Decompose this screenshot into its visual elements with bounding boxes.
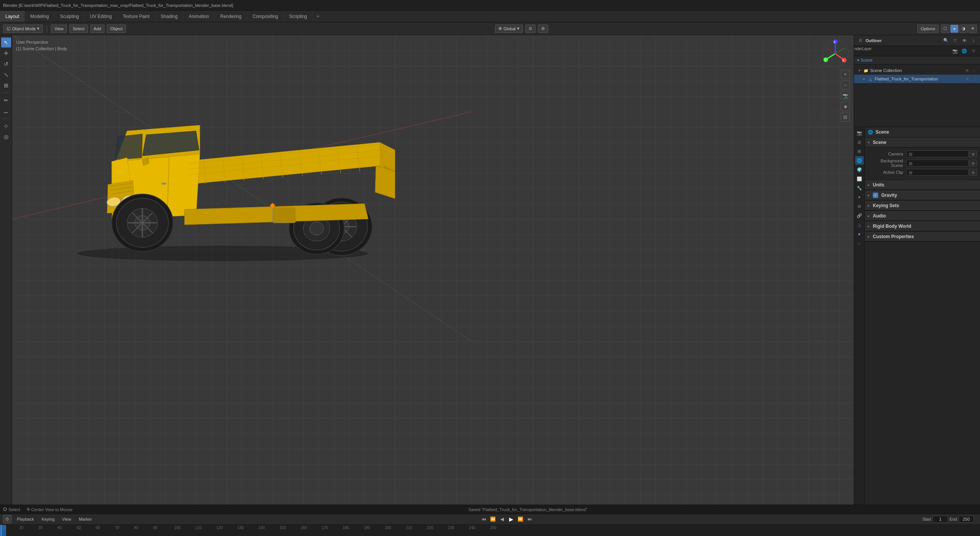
expand-icon[interactable]: ▾ bbox=[857, 68, 862, 73]
camera-view-btn[interactable]: 📷 bbox=[841, 91, 850, 100]
add-menu[interactable]: Add bbox=[90, 25, 105, 33]
tab-compositing[interactable]: Compositing bbox=[247, 11, 284, 22]
tab-texture-paint[interactable]: Texture Paint bbox=[118, 11, 155, 22]
truck-visibility-icon[interactable]: 👁 bbox=[965, 76, 970, 82]
add-workspace-tab[interactable]: + bbox=[313, 11, 323, 22]
render-shading[interactable]: ☀ bbox=[969, 25, 977, 33]
jump-start-btn[interactable]: ⏮ bbox=[480, 515, 488, 523]
nav-gizmo[interactable]: Z X Y bbox=[820, 38, 851, 69]
data-props-btn[interactable]: △ bbox=[855, 221, 864, 229]
view-menu[interactable]: View bbox=[51, 25, 67, 33]
scene-selector[interactable]: ▾ Scene bbox=[854, 56, 980, 65]
view-menu-tl[interactable]: View bbox=[60, 516, 74, 522]
toggle-overlay-btn[interactable]: ⊟ bbox=[841, 113, 850, 122]
scene-section-header[interactable]: ▾ Scene bbox=[865, 137, 980, 147]
gravity-section-header[interactable]: ▸ ✓ Gravity bbox=[865, 190, 980, 200]
filter-icon[interactable]: ▽ bbox=[970, 47, 977, 54]
truck-item[interactable]: ▸ △ Flatbed_Truck_for_Transportation 👁 ↕ bbox=[854, 75, 980, 83]
keying-menu[interactable]: Keying bbox=[39, 516, 57, 522]
timeline-frames[interactable]: 10 20 30 40 50 60 70 80 90 100 110 120 1… bbox=[0, 525, 980, 536]
start-frame-input[interactable] bbox=[933, 516, 948, 523]
visibility-icon[interactable]: 👁 bbox=[965, 68, 970, 73]
options-button[interactable]: Options bbox=[917, 25, 939, 33]
material-props-btn[interactable]: ● bbox=[855, 230, 864, 238]
object-props-btn[interactable]: ⬜ bbox=[855, 175, 864, 183]
active-clip-picker[interactable]: ⊙ bbox=[969, 169, 977, 176]
select-menu[interactable]: Select bbox=[69, 25, 88, 33]
transform-global[interactable]: ⊕ Global ▾ bbox=[495, 25, 523, 33]
transform-tool[interactable]: ⊞ bbox=[1, 80, 11, 90]
scale-tool[interactable]: ⤡ bbox=[1, 70, 11, 80]
play-btn[interactable]: ▶ bbox=[508, 515, 515, 523]
camera-value[interactable]: ▤ bbox=[906, 150, 969, 157]
viewport[interactable]: User Perspective (1) Scene Collection | … bbox=[12, 35, 854, 514]
outliner-restrict-icon[interactable]: ↕ bbox=[970, 37, 977, 44]
custom-props-section-header[interactable]: ▸ Custom Properties bbox=[865, 232, 980, 242]
constraints-props-btn[interactable]: 🔗 bbox=[855, 211, 864, 220]
view-scene-icon[interactable]: 🌐 bbox=[961, 47, 968, 54]
zoom-in-btn[interactable]: + bbox=[841, 70, 850, 79]
tab-sculpting[interactable]: Sculpting bbox=[55, 11, 85, 22]
object-menu[interactable]: Object bbox=[107, 25, 126, 33]
bg-scene-picker[interactable]: ⊙ bbox=[969, 160, 977, 167]
physics-props-btn[interactable]: ⚙ bbox=[855, 202, 864, 211]
jump-end-btn[interactable]: ⏭ bbox=[526, 515, 534, 523]
tab-rendering[interactable]: Rendering bbox=[215, 11, 247, 22]
truck-select-icon[interactable]: ↕ bbox=[972, 76, 977, 82]
origin-tool[interactable]: ◎ bbox=[1, 132, 11, 142]
output-props-btn[interactable]: 🖨 bbox=[855, 138, 864, 146]
active-clip-value[interactable]: ▤ bbox=[906, 169, 969, 176]
world-props-btn[interactable]: 🌍 bbox=[855, 165, 864, 174]
modifier-props-btn[interactable]: 🔧 bbox=[855, 184, 864, 192]
scene-props-btn[interactable]: 🌐 bbox=[855, 156, 864, 165]
timeline-ruler[interactable]: 10 20 30 40 50 60 70 80 90 100 110 120 1… bbox=[0, 525, 980, 536]
measure-tool[interactable]: ⚊ bbox=[1, 106, 11, 116]
expand-icon-2[interactable]: ▸ bbox=[862, 77, 866, 81]
texture-props-btn[interactable]: ⬦ bbox=[855, 239, 864, 247]
render-props-btn[interactable]: 📷 bbox=[855, 129, 864, 137]
tab-animation[interactable]: Animation bbox=[183, 11, 215, 22]
marker-menu[interactable]: Marker bbox=[77, 516, 94, 522]
camera-picker[interactable]: ⊙ bbox=[969, 150, 977, 157]
annotate-tool[interactable]: ✏ bbox=[1, 95, 11, 105]
particles-props-btn[interactable]: ✦ bbox=[855, 193, 864, 201]
move-tool[interactable]: ✛ bbox=[1, 48, 11, 58]
outliner-filter-btn[interactable]: ▽ bbox=[952, 37, 959, 44]
tab-uv-editing[interactable]: UV Editing bbox=[85, 11, 118, 22]
audio-section-header[interactable]: ▸ Audio bbox=[865, 211, 980, 221]
camera-icon-small[interactable]: 📷 bbox=[952, 47, 959, 54]
keying-sets-section-header[interactable]: ▸ Keying Sets bbox=[865, 201, 980, 211]
play-reverse-btn[interactable]: ◀ bbox=[498, 515, 506, 523]
mode-selector[interactable]: ◱ Object Mode ▾ bbox=[3, 25, 43, 33]
wireframe-shading[interactable]: ⬡ bbox=[941, 25, 949, 33]
view-layer-props-btn[interactable]: ⊞ bbox=[855, 147, 864, 155]
outliner-eye-icon[interactable]: 👁 bbox=[961, 37, 968, 44]
step-forward-btn[interactable]: ⏩ bbox=[517, 515, 524, 523]
solid-shading[interactable]: ● bbox=[950, 25, 959, 33]
units-section-header[interactable]: ▸ Units bbox=[865, 180, 980, 190]
outliner-search-btn[interactable]: 🔍 bbox=[942, 37, 949, 44]
tab-shading[interactable]: Shading bbox=[155, 11, 183, 22]
rotate-tool[interactable]: ↺ bbox=[1, 59, 11, 69]
tab-layout[interactable]: Layout bbox=[0, 11, 25, 22]
select-tool[interactable]: ↖ bbox=[1, 38, 11, 47]
select-icon-sm[interactable]: ↕ bbox=[972, 68, 977, 73]
playback-menu[interactable]: Playback bbox=[15, 516, 36, 522]
tab-modeling[interactable]: Modeling bbox=[25, 11, 55, 22]
timeline-playhead[interactable] bbox=[1, 525, 2, 536]
snap-toggle[interactable]: ⊙ bbox=[525, 25, 536, 33]
toggle-xray-btn[interactable]: ◈ bbox=[841, 102, 850, 111]
proportional-toggle[interactable]: ⊘ bbox=[538, 25, 548, 33]
timeline-icon-btn[interactable]: ⏱ bbox=[3, 515, 11, 523]
bg-scene-value[interactable]: ▤ bbox=[906, 160, 969, 167]
rigid-body-section-header[interactable]: ▸ Rigid Body World bbox=[865, 221, 980, 231]
gravity-checkbox[interactable]: ✓ bbox=[873, 193, 878, 198]
scene-collection-item[interactable]: ▾ 📁 Scene Collection 👁 ↕ bbox=[854, 66, 980, 75]
end-frame-input[interactable] bbox=[959, 516, 974, 523]
material-shading[interactable]: ◑ bbox=[959, 25, 968, 33]
tab-scripting[interactable]: Scripting bbox=[284, 11, 313, 22]
step-back-btn[interactable]: ⏪ bbox=[489, 515, 497, 523]
render-layer-selector[interactable]: RenderLayer ▾ bbox=[857, 47, 864, 54]
cursor-tool[interactable]: ⊹ bbox=[1, 121, 11, 131]
zoom-out-btn[interactable]: − bbox=[841, 80, 850, 90]
